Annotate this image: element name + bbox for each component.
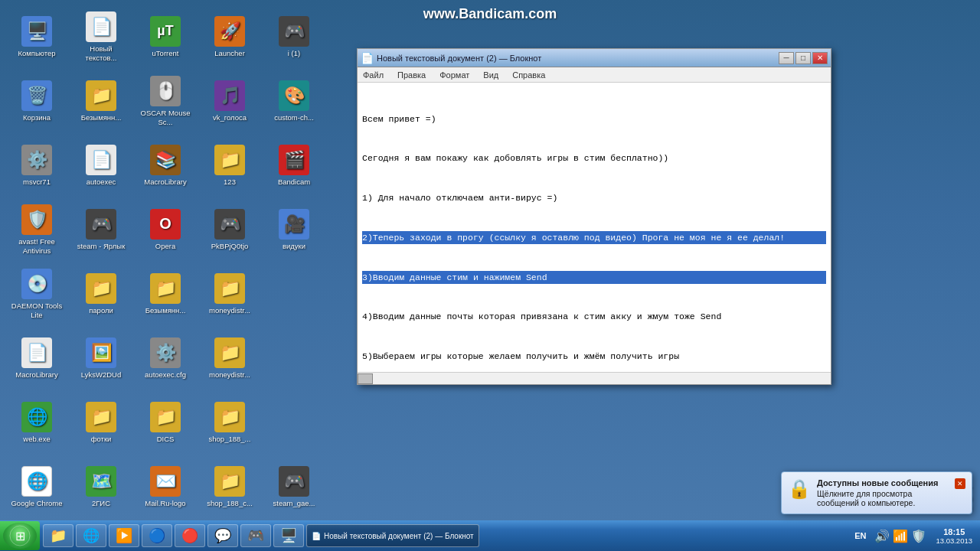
steam-gae-icon: 🎮: [279, 466, 309, 497]
korzina-icon: 🗑️: [21, 80, 52, 111]
icon-mailru[interactable]: ✉️ Mail.Ru-logo: [135, 456, 196, 517]
icon-bandicam[interactable]: 🎬 Bandicam: [263, 135, 325, 196]
tray-network-icon[interactable]: 🔊: [874, 529, 890, 543]
new-text-icon: 📄: [86, 11, 116, 42]
icon-computer[interactable]: 🖥️ Компьютер: [6, 6, 67, 67]
icon-steam-notif[interactable]: 🎮 i (1): [263, 6, 325, 67]
icon-oscar[interactable]: 🖱️ OSCAR Mouse Sc...: [135, 70, 196, 132]
icon-2gis[interactable]: 🗺️ 2ГИС: [70, 456, 132, 517]
icon-shop188-2[interactable]: 📁 shop_188_c...: [199, 456, 260, 517]
icon-bezimyannye[interactable]: 📁 Безымянн...: [70, 70, 132, 132]
icon-label-daemon: DAEMON Tools Lite: [10, 302, 64, 319]
icon-label-2gis: 2ГИС: [92, 499, 110, 507]
taskbar-explorer[interactable]: 📁: [43, 524, 74, 547]
icon-label-new-text: Новый текстов...: [74, 44, 128, 62]
icon-label-moneydistr: moneydistr...: [209, 306, 250, 315]
icon-moneydistr2[interactable]: 📁 moneydistr...: [199, 328, 260, 389]
taskbar: ⊞ 📁 🌐 ▶️ 🔵 🔴 💬 🎮 🖥️ 📄 Новый текстовый до…: [0, 520, 980, 551]
menu-view[interactable]: Вид: [481, 70, 501, 80]
start-button[interactable]: ⊞: [0, 521, 40, 550]
icon-steam-yarl[interactable]: 🎮 steam - Ярлык: [70, 199, 132, 260]
icon-shop188[interactable]: 📁 shop_188_...: [199, 392, 260, 453]
icon-vk[interactable]: 🎵 vk_голоса: [199, 70, 260, 132]
notepad-close-button[interactable]: ✕: [812, 52, 828, 64]
menu-file[interactable]: Файл: [361, 70, 386, 80]
taskbar-skype[interactable]: 💬: [207, 524, 238, 547]
icon-label-fotki: фотки: [91, 435, 112, 443]
language-indicator[interactable]: EN: [852, 530, 868, 542]
icon-label-computer: Компьютер: [18, 49, 55, 57]
opera-icon: O: [150, 209, 181, 240]
icon-viduki[interactable]: 🎥 видуки: [263, 199, 325, 260]
pkbpjq0tjo-icon: 🎮: [214, 209, 245, 240]
svg-text:⊞: ⊞: [15, 530, 25, 543]
icon-empty5: [263, 263, 325, 324]
notepad-titlebar[interactable]: 📄 Новый текстовый документ (2) — Блокнот…: [358, 49, 831, 67]
notepad-maximize-button[interactable]: □: [795, 52, 811, 64]
icon-autoexec-cfg[interactable]: ⚙️ autoexec.cfg: [135, 328, 196, 389]
icon-steam-gae[interactable]: 🎮 steam_gae...: [263, 456, 325, 517]
msvcr71-icon: ⚙️: [21, 145, 52, 175]
icon-label-shop188: shop_188_...: [209, 435, 251, 443]
icon-paroli[interactable]: 📁 пароли: [70, 263, 132, 324]
icon-utorrent[interactable]: µT uTorrent: [135, 6, 196, 67]
icon-fotki[interactable]: 📁 фотки: [70, 392, 132, 453]
taskbar-network[interactable]: 🖥️: [273, 524, 304, 547]
icon-daemon[interactable]: 💿 DAEMON Tools Lite: [6, 263, 67, 324]
icon-empty7: [263, 392, 325, 453]
taskbar-steam[interactable]: 🎮: [240, 524, 271, 547]
taskbar-media-player[interactable]: ▶️: [109, 524, 139, 547]
icon-opera[interactable]: O Opera: [135, 199, 196, 260]
taskbar-active-notepad[interactable]: 📄 Новый текстовый документ (2) — Блокнот: [306, 524, 479, 547]
icon-autoexec[interactable]: 📄 autoexec: [70, 135, 132, 196]
icon-macrolibrary2[interactable]: 📄 MacroLibrary: [6, 328, 67, 389]
shop188-2-icon: 📁: [214, 466, 245, 497]
clock-date: 13.03.2013: [936, 536, 972, 545]
icon-label-mailru: Mail.Ru-logo: [145, 499, 185, 507]
tray-security-icon[interactable]: 🛡️: [911, 529, 926, 543]
taskbar-opera[interactable]: 🔴: [175, 524, 205, 547]
icon-dics[interactable]: 📁 DICS: [135, 392, 196, 453]
notification-body: Доступны новые сообщения Щёлкните для пр…: [817, 478, 949, 507]
icon-google-chrome[interactable]: 🌐 Google Chrome: [6, 456, 67, 517]
icon-lyksw2dud[interactable]: 🖼️ LyksW2DUd: [70, 328, 132, 389]
icon-label-shop188-2: shop_188_c...: [207, 499, 253, 507]
menu-help[interactable]: Справка: [510, 70, 547, 80]
taskbar-chrome[interactable]: 🔵: [142, 524, 172, 547]
menu-edit[interactable]: Правка: [395, 70, 428, 80]
icon-label-msvcr71: msvcr71: [23, 178, 51, 186]
notepad-scrollbar-horizontal[interactable]: [358, 372, 831, 384]
mailru-icon: ✉️: [150, 466, 181, 497]
icon-label-steam-yarl: steam - Ярлык: [77, 242, 126, 250]
clock-area[interactable]: 18:15 13.03.2013: [933, 527, 975, 545]
icon-web-exe[interactable]: 🌐 web.exe: [6, 392, 67, 453]
taskbar-browser-ie[interactable]: 🌐: [76, 524, 106, 547]
icon-custom[interactable]: 🎨 custom-ch...: [263, 70, 325, 132]
text-line-2: Сегодня я вам покажу как добовлять игры …: [362, 152, 826, 165]
menu-format[interactable]: Формат: [437, 70, 472, 80]
text-line-4: 2)Теперь заходи в прогу (ссылку я оставл…: [362, 231, 826, 244]
notification-popup[interactable]: 🔒 Доступны новые сообщения Щёлкните для …: [781, 471, 972, 514]
icon-korzina[interactable]: 🗑️ Корзина: [6, 70, 67, 132]
notification-close-button[interactable]: ✕: [955, 478, 965, 489]
icon-msvcr71[interactable]: ⚙️ msvcr71: [6, 135, 67, 196]
icon-label-launcher: Launcher: [214, 49, 245, 57]
icon-bezimyannye2[interactable]: 📁 Безымянн...: [135, 263, 196, 324]
tray-volume-icon[interactable]: 📶: [893, 529, 908, 543]
icon-pkbpjq0tjo[interactable]: 🎮 PkBPjQ0tjo: [199, 199, 260, 260]
icon-moneydistr[interactable]: 📁 moneydistr...: [199, 263, 260, 324]
icon-label-pkbpjq0tjo: PkBPjQ0tjo: [211, 242, 249, 250]
notepad-content[interactable]: Всем привет =) Сегодня я вам покажу как …: [358, 83, 831, 372]
icon-new-text[interactable]: 📄 Новый текстов...: [70, 6, 132, 67]
notepad-text[interactable]: Всем привет =) Сегодня я вам покажу как …: [358, 83, 831, 372]
custom-icon: 🎨: [279, 80, 309, 111]
icon-123[interactable]: 📁 123: [199, 135, 260, 196]
macrolibrary-icon: 📚: [150, 145, 181, 175]
icon-avast[interactable]: 🛡️ avast! Free Antivirus: [6, 199, 67, 260]
oscar-icon: 🖱️: [150, 76, 181, 106]
notepad-minimize-button[interactable]: ─: [779, 52, 794, 64]
notepad-scroll-thumb[interactable]: [358, 373, 373, 384]
icon-macrolibrary[interactable]: 📚 MacroLibrary: [135, 135, 196, 196]
icon-launcher[interactable]: 🚀 Launcher: [199, 6, 260, 67]
steam-notif-icon: 🎮: [279, 16, 309, 47]
